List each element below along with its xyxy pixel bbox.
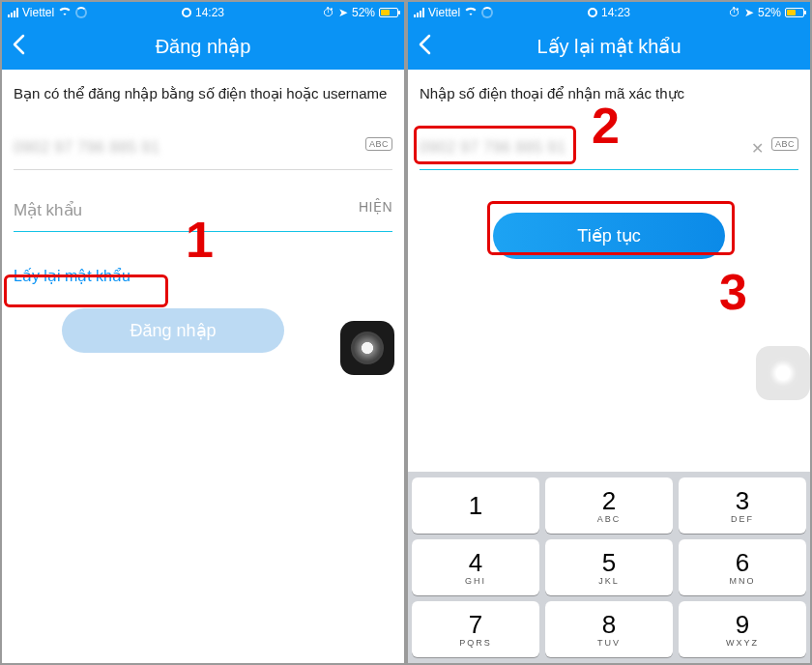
signal-icon — [414, 8, 424, 17]
abc-toggle[interactable]: ABC — [771, 137, 798, 151]
loading-icon — [481, 7, 493, 18]
battery-icon — [379, 8, 398, 17]
key-1[interactable]: 1 — [412, 477, 539, 534]
phone-value: 0902 97 796 885 91 — [14, 139, 160, 157]
battery-pct: 52% — [758, 6, 781, 19]
key-4[interactable]: 4GHI — [412, 539, 539, 595]
annotation-box-2 — [414, 126, 576, 164]
key-3[interactable]: 3DEF — [679, 477, 806, 534]
page-title: Lấy lại mật khẩu — [536, 35, 681, 58]
assistive-touch-button[interactable] — [756, 346, 810, 400]
carrier-label: Viettel — [428, 6, 460, 19]
status-bar: Viettel 14:23 ⏱ ➤ 52% — [408, 2, 810, 23]
status-bar: Viettel 14:23 ⏱ ➤ 52% — [2, 2, 404, 23]
show-password-toggle[interactable]: HIỆN — [359, 199, 392, 215]
signal-icon — [8, 8, 18, 17]
numeric-keypad: 1 2ABC 3DEF 4GHI 5JKL 6MNO 7PQRS 8TUV 9W… — [408, 472, 810, 663]
record-icon — [588, 8, 597, 17]
key-9[interactable]: 9WXYZ — [679, 601, 806, 657]
instruction-text: Bạn có thể đăng nhập bằng số điện thoại … — [14, 83, 392, 104]
annotation-number-2: 2 — [592, 97, 620, 155]
carrier-label: Viettel — [22, 6, 54, 19]
annotation-number-3: 3 — [719, 263, 747, 321]
wifi-icon — [464, 6, 478, 19]
login-button[interactable]: Đăng nhập — [62, 308, 284, 353]
password-placeholder: Mật khẩu — [14, 200, 82, 220]
annotation-box-3 — [487, 201, 735, 255]
back-button[interactable] — [12, 34, 25, 59]
loading-icon — [75, 7, 87, 18]
time-label: 14:23 — [601, 6, 630, 19]
location-icon: ➤ — [338, 6, 348, 19]
key-8[interactable]: 8TUV — [545, 601, 673, 657]
nav-header: Đăng nhập — [2, 23, 404, 70]
battery-pct: 52% — [352, 6, 375, 19]
alarm-icon: ⏱ — [729, 6, 740, 19]
clear-icon[interactable]: ✕ — [751, 139, 764, 158]
screen-login: Viettel 14:23 ⏱ ➤ 52% Đăng nhập Bạn có t… — [0, 0, 406, 665]
alarm-icon: ⏱ — [323, 6, 334, 19]
wifi-icon — [58, 6, 72, 19]
nav-header: Lấy lại mật khẩu — [408, 23, 810, 70]
abc-toggle[interactable]: ABC — [365, 137, 392, 151]
record-icon — [182, 8, 191, 17]
back-button[interactable] — [418, 34, 431, 59]
page-title: Đăng nhập — [156, 35, 251, 58]
key-5[interactable]: 5JKL — [545, 539, 673, 595]
assistive-touch-button[interactable] — [340, 321, 394, 375]
battery-icon — [785, 8, 804, 17]
time-label: 14:23 — [195, 6, 224, 19]
phone-field[interactable]: 0902 97 796 885 91 ABC — [14, 131, 392, 170]
key-2[interactable]: 2ABC — [545, 477, 673, 534]
location-icon: ➤ — [744, 6, 754, 19]
key-6[interactable]: 6MNO — [679, 539, 806, 595]
annotation-number-1: 1 — [186, 211, 214, 269]
screen-recover: Viettel 14:23 ⏱ ➤ 52% Lấy lại mật khẩu N… — [406, 0, 812, 665]
key-7[interactable]: 7PQRS — [412, 601, 539, 657]
annotation-box-1 — [4, 275, 168, 307]
